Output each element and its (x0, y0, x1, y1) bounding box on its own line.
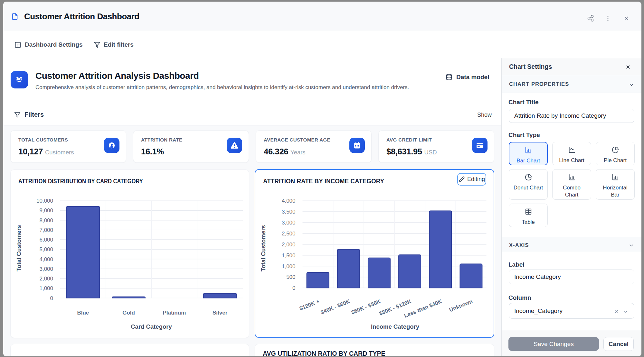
svg-text:2,000: 2,000 (282, 242, 296, 248)
svg-text:1,500: 1,500 (282, 252, 296, 259)
svg-text:0: 0 (50, 295, 53, 301)
svg-text:$60K - $80K: $60K - $80K (350, 298, 382, 316)
svg-text:1,000: 1,000 (282, 263, 296, 270)
svg-text:Card Category: Card Category (131, 323, 172, 330)
svg-text:$120K +: $120K + (298, 298, 320, 312)
svg-text:3,500: 3,500 (282, 209, 296, 215)
svg-text:2,500: 2,500 (282, 231, 296, 237)
svg-text:10,000: 10,000 (36, 198, 53, 204)
svg-text:6,000: 6,000 (39, 237, 53, 243)
svg-text:2,000: 2,000 (39, 276, 53, 282)
svg-text:9,000: 9,000 (39, 207, 53, 214)
svg-text:3,000: 3,000 (39, 266, 53, 272)
svg-text:4,000: 4,000 (39, 256, 53, 262)
svg-text:0: 0 (292, 285, 295, 291)
svg-text:Silver: Silver (213, 310, 228, 316)
svg-text:1,000: 1,000 (39, 285, 53, 291)
svg-text:Gold: Gold (122, 310, 135, 316)
svg-text:Unknown: Unknown (448, 298, 473, 313)
svg-text:Total Customers: Total Customers (15, 225, 22, 272)
svg-text:5,000: 5,000 (39, 246, 53, 252)
svg-text:4,000: 4,000 (282, 198, 296, 204)
svg-text:Platinum: Platinum (163, 310, 186, 316)
svg-text:8,000: 8,000 (39, 217, 53, 224)
svg-text:500: 500 (286, 274, 295, 280)
svg-text:$40K - $60K: $40K - $60K (320, 298, 351, 316)
svg-text:7,000: 7,000 (39, 227, 53, 233)
svg-text:Total Customers: Total Customers (260, 225, 267, 272)
svg-text:3,000: 3,000 (282, 220, 296, 226)
svg-text:Blue: Blue (77, 310, 89, 316)
svg-text:Income Category: Income Category (371, 323, 420, 330)
